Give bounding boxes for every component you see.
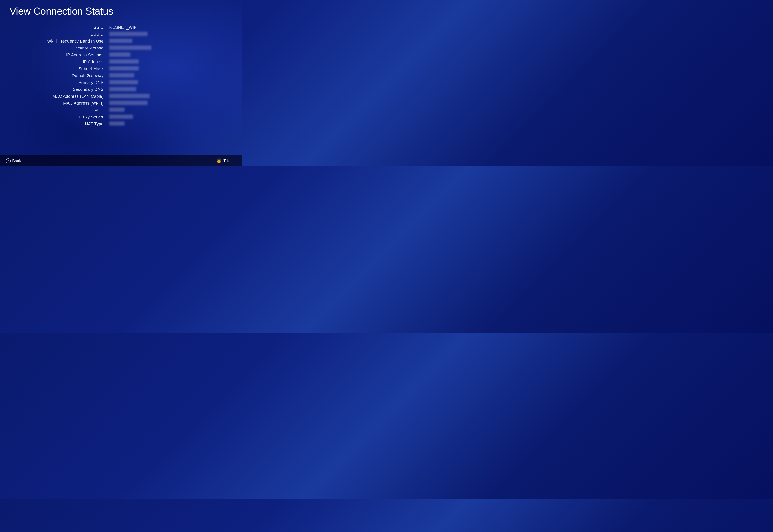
footer-user-section: 🧑 Tricia L — [216, 158, 236, 163]
x-icon: ✕ — [7, 159, 9, 162]
table-row: BSSIDxx:xx:xx:xx:xx:xx — [10, 31, 232, 38]
row-label: MTU — [10, 108, 109, 113]
row-label: BSSID — [10, 32, 109, 37]
row-label: Primary DNS — [10, 80, 109, 85]
row-value: 5 GHz — [109, 39, 232, 44]
page-header: View Connection Status — [0, 0, 241, 20]
row-label: MAC Address (LAN Cable) — [10, 94, 109, 99]
table-row: MTU1500 — [10, 107, 232, 114]
footer-username: Tricia L — [223, 159, 236, 163]
row-label: Security Method — [10, 46, 109, 51]
user-icon: 🧑 — [216, 158, 221, 163]
row-label: Proxy Server — [10, 115, 109, 120]
row-value: 192.168.1.1 — [109, 80, 232, 85]
row-value: Do Not Use — [109, 115, 232, 120]
row-label: Default Gateway — [10, 73, 109, 78]
table-row: Default Gateway192.168.1.1 — [10, 72, 232, 79]
row-value: xx:xx:xx:xx:xx:xx — [109, 101, 232, 106]
table-row: Secondary DNS192.168.1.2 — [10, 86, 232, 93]
footer-back-section[interactable]: ✕ Back — [6, 158, 21, 163]
table-row: Wi-Fi Frequency Band In Use5 GHz — [10, 38, 232, 45]
row-value: 192.168.1.1 — [109, 73, 232, 78]
row-label: Secondary DNS — [10, 87, 109, 92]
content-area: SSIDRESNET_WIFIBSSIDxx:xx:xx:xx:xx:xxWi-… — [0, 20, 241, 155]
row-value: Type 2 — [109, 121, 232, 126]
row-value: 192.168.1.2 — [109, 87, 232, 92]
row-label: IP Address Settings — [10, 52, 109, 57]
footer-bar: ✕ Back 🧑 Tricia L — [0, 155, 241, 166]
table-row: IP Address192.168.1.100 — [10, 58, 232, 65]
row-label: Subnet Mask — [10, 66, 109, 71]
row-value: Automatic — [109, 52, 232, 57]
page-title: View Connection Status — [10, 5, 232, 17]
table-row: Proxy ServerDo Not Use — [10, 114, 232, 120]
table-row: MAC Address (Wi-Fi)xx:xx:xx:xx:xx:xx — [10, 100, 232, 107]
row-value: xx:xx:xx:xx:xx:xx — [109, 32, 232, 37]
table-row: Subnet Mask255.255.255.0 — [10, 65, 232, 72]
row-label: Wi-Fi Frequency Band In Use — [10, 39, 109, 44]
back-button-icon: ✕ — [6, 158, 11, 163]
row-value: WPA2-PSK/AES — [109, 46, 232, 51]
row-label: SSID — [10, 25, 109, 30]
row-value: 255.255.255.0 — [109, 66, 232, 71]
back-label: Back — [12, 159, 21, 163]
row-value: 192.168.1.100 — [109, 59, 232, 64]
table-row: NAT TypeType 2 — [10, 120, 232, 127]
table-row: MAC Address (LAN Cable)xx:xx:xx:xx:xx:xx — [10, 93, 232, 100]
row-value: 1500 — [109, 108, 232, 113]
table-row: SSIDRESNET_WIFI — [10, 24, 232, 31]
table-row: Primary DNS192.168.1.1 — [10, 79, 232, 86]
page-container: View Connection Status SSIDRESNET_WIFIBS… — [0, 0, 241, 166]
info-table: SSIDRESNET_WIFIBSSIDxx:xx:xx:xx:xx:xxWi-… — [10, 24, 232, 127]
table-row: IP Address SettingsAutomatic — [10, 52, 232, 58]
row-label: MAC Address (Wi-Fi) — [10, 101, 109, 106]
row-label: IP Address — [10, 59, 109, 64]
row-value: RESNET_WIFI — [109, 25, 232, 30]
row-value: xx:xx:xx:xx:xx:xx — [109, 94, 232, 99]
table-row: Security MethodWPA2-PSK/AES — [10, 45, 232, 52]
row-label: NAT Type — [10, 121, 109, 126]
